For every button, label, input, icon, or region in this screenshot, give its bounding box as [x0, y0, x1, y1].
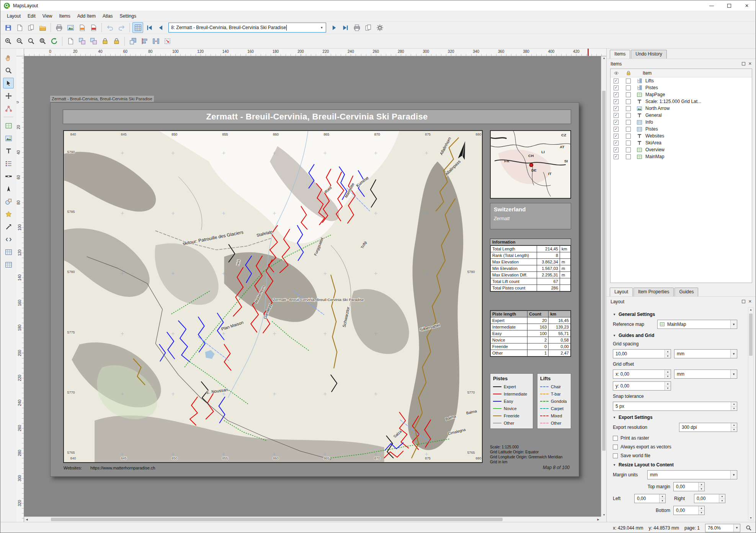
- visibility-checkbox[interactable]: ✓: [614, 120, 619, 125]
- item-row[interactable]: ✓Lifts: [611, 77, 752, 84]
- zoom-lock-icon[interactable]: [746, 525, 752, 531]
- edit-nodes-item-button[interactable]: [3, 103, 14, 114]
- layout-page[interactable]: Zermatt - Breuil-Cervinia, Breuil-Cervin…: [50, 102, 579, 477]
- visibility-checkbox[interactable]: ✓: [614, 127, 619, 132]
- spin-up-icon[interactable]: ▲: [731, 402, 737, 407]
- spin-down-icon[interactable]: ▼: [699, 487, 704, 491]
- information-table[interactable]: Information Total Length214,45kmRank (To…: [490, 239, 571, 292]
- canvas-vscroll-thumb[interactable]: [602, 91, 606, 451]
- spin-up-icon[interactable]: ▲: [660, 494, 665, 499]
- visibility-checkbox[interactable]: ✓: [614, 99, 619, 104]
- visibility-checkbox[interactable]: ✓: [614, 154, 619, 159]
- add-picture-button[interactable]: [3, 133, 14, 144]
- export-resolution-input[interactable]: 300 dpi ▲▼: [679, 423, 737, 432]
- snap-tolerance-input[interactable]: 5 px ▲▼: [613, 402, 737, 411]
- bottom-margin-input[interactable]: 0,00 ▲▼: [673, 506, 705, 515]
- spin-up-icon[interactable]: ▲: [665, 382, 671, 386]
- first-feature-button[interactable]: [144, 22, 155, 33]
- scroll-up-icon[interactable]: ▲: [748, 308, 753, 311]
- grid-offset-y-input[interactable]: y: 0,00 ▲▼: [613, 381, 671, 391]
- tab-guides[interactable]: Guides: [674, 288, 698, 296]
- canvas-horizontal-scrollbar[interactable]: ◀ ▶: [24, 517, 601, 522]
- save-world-file-checkbox[interactable]: Save world file: [613, 453, 737, 458]
- add-legend-button[interactable]: [3, 158, 14, 169]
- distribute-items-button[interactable]: [150, 36, 161, 47]
- next-feature-button[interactable]: [328, 22, 339, 33]
- print-layout-button[interactable]: [54, 22, 64, 33]
- lock-checkbox[interactable]: [626, 78, 631, 83]
- layout-canvas[interactable]: Zermatt - Breuil-Cervinia, Breuil-Cervin…: [24, 56, 606, 522]
- zoom-button[interactable]: [3, 65, 14, 76]
- grid-offset-x-input[interactable]: x: 0,00 ▲▼: [613, 370, 671, 379]
- print-atlas-button[interactable]: [351, 22, 362, 33]
- checkbox[interactable]: [613, 453, 618, 458]
- section-resize-layout[interactable]: ▼ Resize Layout to Content: [613, 462, 737, 468]
- zoom-out-button[interactable]: [14, 36, 25, 47]
- menu-items[interactable]: Items: [56, 12, 74, 20]
- panel-scroll-thumb[interactable]: [749, 314, 753, 356]
- close-panel-button[interactable]: ✕: [748, 61, 752, 66]
- select-move-item-button[interactable]: [3, 78, 14, 88]
- top-margin-input[interactable]: 0,00 ▲▼: [673, 482, 705, 491]
- visibility-checkbox[interactable]: ✓: [614, 134, 619, 139]
- item-row[interactable]: ✓MainMap: [611, 153, 752, 160]
- add-scalebar-button[interactable]: [3, 171, 14, 181]
- duplicate-layout-button[interactable]: [26, 22, 36, 33]
- save-project-button[interactable]: [3, 22, 13, 33]
- lock-checkbox[interactable]: [626, 147, 631, 152]
- last-feature-button[interactable]: [340, 22, 351, 33]
- lock-checkbox[interactable]: [626, 127, 631, 132]
- add-north-arrow-button[interactable]: [3, 183, 14, 194]
- group-items-button[interactable]: [77, 36, 87, 47]
- item-row[interactable]: ✓Info: [611, 119, 752, 126]
- item-row[interactable]: ✓General: [611, 112, 752, 119]
- add-marker-button[interactable]: [3, 209, 14, 219]
- add-fixed-table-button[interactable]: [3, 259, 14, 270]
- lock-checkbox[interactable]: [626, 85, 631, 90]
- item-row[interactable]: ✓North Arrow: [611, 105, 752, 112]
- zoom-actual-button[interactable]: [26, 36, 36, 47]
- checkbox[interactable]: [613, 445, 618, 450]
- spin-down-icon[interactable]: ▼: [665, 374, 671, 379]
- visibility-checkbox[interactable]: ✓: [614, 85, 619, 90]
- lock-checkbox[interactable]: [626, 154, 631, 159]
- raise-items-button[interactable]: [127, 36, 138, 47]
- scroll-left-icon[interactable]: ◀: [24, 518, 29, 521]
- section-general-settings[interactable]: ▼ General Settings: [613, 312, 737, 317]
- lock-items-button[interactable]: [100, 36, 110, 47]
- item-row[interactable]: ✓Overview: [611, 146, 752, 153]
- overview-map[interactable]: FRCHLIATCZITSIDE: [490, 130, 571, 199]
- scroll-down-icon[interactable]: ▼: [601, 513, 606, 516]
- refresh-view-button[interactable]: [49, 36, 59, 47]
- spin-down-icon[interactable]: ▼: [719, 499, 725, 503]
- lock-checkbox[interactable]: [626, 120, 631, 125]
- scroll-down-icon[interactable]: ▼: [748, 517, 753, 519]
- maximize-button[interactable]: [720, 0, 738, 11]
- piste-length-table[interactable]: Piste lengthCountkm Expert2016,45Interme…: [490, 310, 571, 357]
- grid-spacing-unit-combo[interactable]: mm ▼: [674, 349, 737, 358]
- add-attribute-table-button[interactable]: [3, 247, 14, 257]
- item-row[interactable]: ✓Pistes: [611, 84, 752, 91]
- left-margin-input[interactable]: 0,00 ▲▼: [634, 494, 666, 503]
- section-export-settings[interactable]: ▼ Export Settings: [613, 415, 737, 420]
- canvas-hscroll-thumb[interactable]: [51, 518, 503, 521]
- main-map[interactable]: 8408458508558608658708758808408458508558…: [63, 130, 483, 463]
- zoom-level-combo[interactable]: 76.0% ▼: [705, 524, 740, 532]
- combo-arrow-icon[interactable]: ▼: [730, 320, 737, 329]
- tab-item-properties[interactable]: Item Properties: [634, 288, 674, 296]
- combo-arrow-icon[interactable]: ▼: [730, 370, 737, 378]
- item-row[interactable]: ✓SkiArea: [611, 139, 752, 146]
- lock-checkbox[interactable]: [626, 92, 631, 97]
- canvas-vertical-scrollbar[interactable]: ▲ ▼: [601, 56, 606, 517]
- add-html-button[interactable]: [3, 234, 14, 245]
- item-row[interactable]: ✓Scale: 1:125.000 Grid Lat...: [611, 98, 752, 105]
- spin-down-icon[interactable]: ▼: [731, 428, 737, 432]
- zoom-full-button[interactable]: [37, 36, 48, 47]
- atlas-feature-combo[interactable]: 8: Zermatt - Breuil-Cervinia, Breuil-Cer…: [168, 23, 326, 33]
- spin-up-icon[interactable]: ▲: [699, 482, 704, 487]
- spin-down-icon[interactable]: ▼: [665, 386, 671, 391]
- right-margin-input[interactable]: 0,00 ▲▼: [694, 494, 725, 503]
- atlas-settings-button[interactable]: [374, 22, 385, 33]
- ungroup-items-button[interactable]: [88, 36, 99, 47]
- close-panel-button[interactable]: ✕: [748, 299, 752, 304]
